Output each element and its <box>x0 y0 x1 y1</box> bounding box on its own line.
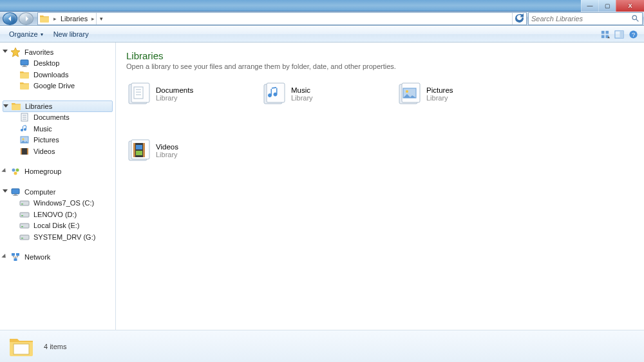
minimize-button[interactable]: — <box>581 0 598 12</box>
nav-libraries-label: Libraries <box>25 102 52 110</box>
library-type: Library <box>156 151 178 158</box>
nav-favorites[interactable]: Favorites <box>0 46 115 58</box>
nav-item-label: Music <box>33 125 52 133</box>
nav-item-label: Downloads <box>33 71 68 79</box>
nav-item-label: Videos <box>33 148 55 155</box>
organize-menu[interactable]: Organize ▾ <box>4 26 48 42</box>
nav-drive-g[interactable]: SYSTEM_DRV (G:) <box>0 231 115 243</box>
nav-item-label: LENOVO (D:) <box>33 211 77 218</box>
svg-rect-40 <box>143 143 145 157</box>
help-icon: ? <box>629 30 638 39</box>
nav-item-label: Local Disk (E:) <box>33 222 80 229</box>
maximize-button[interactable]: ▢ <box>598 0 616 12</box>
nav-google-drive[interactable]: Google Drive <box>0 81 115 92</box>
nav-drive-d[interactable]: LENOVO (D:) <box>0 209 115 220</box>
preview-pane-button[interactable] <box>612 27 626 41</box>
breadcrumb-sep: ▸ <box>90 15 96 22</box>
close-button[interactable]: X <box>616 0 644 12</box>
svg-rect-43 <box>14 344 29 354</box>
library-music[interactable]: Music Library <box>261 82 365 106</box>
svg-rect-9 <box>601 30 604 33</box>
svg-rect-31 <box>14 258 17 261</box>
nav-libraries[interactable]: Libraries <box>3 100 113 112</box>
svg-rect-11 <box>601 35 604 38</box>
nav-desktop[interactable]: Desktop <box>0 58 115 70</box>
nav-item-label: Desktop <box>33 59 59 67</box>
svg-point-27 <box>16 169 19 172</box>
help-button[interactable]: ? <box>626 27 640 41</box>
nav-item-label: Pictures <box>33 136 59 144</box>
nav-favorites-label: Favorites <box>24 48 53 56</box>
nav-music[interactable]: Music <box>0 123 115 135</box>
computer-icon <box>10 187 21 197</box>
navigation-pane: Favorites Desktop Downloads Google Drive… <box>0 43 116 330</box>
svg-point-37 <box>406 90 408 93</box>
music-icon <box>19 124 30 134</box>
chevron-down-icon: ▾ <box>41 32 43 37</box>
svg-point-22 <box>23 138 24 140</box>
star-icon <box>10 47 21 57</box>
arrow-left-icon <box>7 15 14 22</box>
breadcrumb-libraries[interactable]: Libraries <box>58 13 90 24</box>
new-library-label: New library <box>53 30 89 38</box>
drive-icon <box>19 209 30 220</box>
refresh-button[interactable] <box>512 13 526 24</box>
breadcrumb-sep: ▸ <box>52 15 58 22</box>
libraries-icon <box>11 101 21 111</box>
folder-icon <box>19 70 30 80</box>
svg-point-7 <box>632 15 637 20</box>
change-view-button[interactable] <box>598 27 612 41</box>
item-count: 4 items <box>44 343 66 350</box>
window-titlebar: — ▢ X <box>0 0 644 12</box>
nav-videos[interactable]: Videos <box>0 146 115 157</box>
library-pictures[interactable]: Pictures Library <box>397 82 500 106</box>
library-documents[interactable]: Documents Library <box>126 82 229 106</box>
svg-rect-32 <box>134 87 143 99</box>
library-name: Pictures <box>426 86 453 94</box>
svg-point-26 <box>12 169 15 172</box>
nav-documents[interactable]: Documents <box>0 112 115 124</box>
svg-rect-10 <box>605 30 609 33</box>
library-name: Documents <box>156 86 193 94</box>
svg-line-8 <box>636 19 638 21</box>
search-box[interactable] <box>528 12 643 25</box>
svg-rect-41 <box>136 145 142 149</box>
content-pane: Libraries Open a library to see your fil… <box>116 43 644 330</box>
nav-downloads[interactable]: Downloads <box>0 69 115 81</box>
nav-back-button[interactable] <box>3 12 17 25</box>
library-type: Library <box>426 94 453 102</box>
svg-rect-24 <box>21 148 22 155</box>
nav-drive-c[interactable]: Windows7_OS (C:) <box>0 198 115 209</box>
search-input[interactable] <box>531 15 631 23</box>
library-videos[interactable]: Videos Library <box>126 138 229 163</box>
svg-rect-42 <box>136 151 142 155</box>
svg-point-28 <box>14 172 17 175</box>
library-name: Music <box>291 86 313 94</box>
page-subtitle: Open a library to see your files and arr… <box>126 62 634 70</box>
minimize-icon: — <box>587 3 593 9</box>
nav-homegroup[interactable]: Homegroup <box>0 166 115 178</box>
nav-computer[interactable]: Computer <box>0 186 115 198</box>
nav-item-label: SYSTEM_DRV (G:) <box>33 233 95 241</box>
drive-icon <box>19 198 30 208</box>
folder-icon <box>19 81 30 91</box>
svg-rect-25 <box>27 148 28 155</box>
new-library-button[interactable]: New library <box>48 26 94 42</box>
library-type: Library <box>156 94 193 102</box>
preview-pane-icon <box>614 30 624 39</box>
nav-pictures[interactable]: Pictures <box>0 135 115 146</box>
library-type: Library <box>291 94 313 102</box>
nav-drive-e[interactable]: Local Disk (E:) <box>0 220 115 232</box>
nav-network[interactable]: Network <box>0 252 115 263</box>
library-name: Videos <box>156 143 178 151</box>
arrow-right-icon <box>23 15 30 22</box>
nav-computer-label: Computer <box>24 188 55 196</box>
address-bar[interactable]: ▸ Libraries ▸ ▾ <box>37 12 527 25</box>
libraries-icon <box>8 335 35 358</box>
view-icon <box>600 30 610 39</box>
address-history-dropdown[interactable]: ▾ <box>96 13 106 24</box>
nav-forward-button[interactable] <box>19 12 33 25</box>
details-pane: 4 items <box>0 330 644 362</box>
videos-icon <box>126 138 151 163</box>
pictures-icon <box>397 82 421 106</box>
